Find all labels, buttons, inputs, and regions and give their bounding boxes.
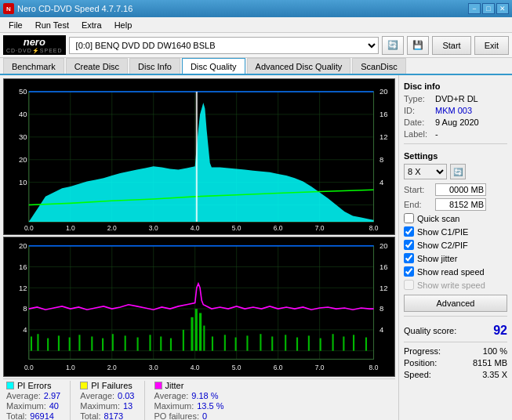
svg-text:4.0: 4.0	[191, 224, 200, 232]
svg-rect-63	[91, 336, 93, 350]
svg-rect-73	[195, 309, 198, 351]
show-c2pif-checkbox[interactable]	[404, 240, 414, 250]
po-failures-label: PO failures:	[154, 411, 199, 420]
pi-failures-max-label: Maximum:	[80, 401, 120, 411]
start-button[interactable]: Start	[432, 36, 470, 55]
svg-text:4: 4	[379, 325, 384, 334]
menu-file[interactable]: File	[3, 19, 28, 31]
svg-text:16: 16	[379, 262, 388, 271]
settings-refresh-button[interactable]: 🔄	[450, 164, 466, 179]
bottom-chart: 20 16 12 8 4 20 16 12 8 4 0.0 1.0 2.0 3.…	[3, 237, 395, 377]
show-write-speed-checkbox[interactable]	[404, 280, 414, 290]
svg-rect-57	[31, 336, 32, 350]
quick-scan-row: Quick scan	[404, 213, 507, 223]
svg-text:8: 8	[379, 155, 383, 164]
show-c2pif-label: Show C2/PIF	[417, 241, 468, 250]
top-chart: 50 40 30 20 10 20 16 12 8 4 0.0 1.0 2.0 …	[3, 78, 395, 235]
minimize-button[interactable]: −	[468, 3, 481, 14]
svg-rect-64	[102, 339, 103, 351]
tab-disc-quality[interactable]: Disc Quality	[182, 58, 245, 74]
close-button[interactable]: ✕	[496, 3, 509, 14]
pi-failures-total-value: 8173	[104, 411, 123, 420]
svg-rect-61	[69, 338, 71, 351]
svg-rect-71	[183, 330, 184, 351]
disc-type-label: Type:	[404, 94, 432, 103]
nero-logo: nero	[24, 36, 45, 49]
svg-text:6.0: 6.0	[274, 364, 283, 371]
pi-failures-color	[80, 382, 88, 389]
svg-text:20: 20	[379, 241, 388, 250]
start-mb-label: Start:	[404, 185, 432, 194]
show-read-speed-label: Show read speed	[417, 267, 485, 277]
svg-rect-69	[160, 336, 162, 350]
svg-rect-83	[296, 338, 298, 351]
svg-rect-62	[78, 335, 80, 350]
show-read-speed-row: Show read speed	[404, 266, 507, 277]
disc-type-value: DVD+R DL	[435, 94, 478, 103]
show-jitter-row: Show jitter	[404, 253, 507, 263]
speed-label-progress: Speed:	[404, 370, 431, 379]
pi-errors-title: PI Errors	[17, 381, 51, 390]
exit-button[interactable]: Exit	[474, 36, 509, 55]
svg-text:8: 8	[23, 304, 27, 313]
start-mb-input[interactable]	[435, 183, 486, 196]
maximize-button[interactable]: □	[482, 3, 495, 14]
pi-errors-max-value: 40	[49, 401, 59, 411]
disc-id-row: ID: MKM 003	[404, 106, 507, 115]
tab-advanced-disc-quality[interactable]: Advanced Disc Quality	[247, 58, 351, 74]
show-jitter-checkbox[interactable]	[404, 253, 414, 263]
legend-divider-1	[70, 381, 71, 420]
show-read-speed-checkbox[interactable]	[404, 266, 414, 277]
show-write-speed-row: Show write speed	[404, 280, 507, 290]
tab-create-disc[interactable]: Create Disc	[66, 58, 128, 74]
pi-failures-avg-value: 0.03	[118, 391, 134, 400]
svg-rect-87	[343, 336, 344, 350]
svg-rect-75	[203, 326, 205, 351]
main-content: 50 40 30 20 10 20 16 12 8 4 0.0 1.0 2.0 …	[0, 75, 512, 420]
menu-run-test[interactable]: Run Test	[30, 19, 74, 31]
quick-scan-checkbox[interactable]	[404, 213, 414, 223]
svg-rect-89	[365, 338, 367, 351]
advanced-button[interactable]: Advanced	[404, 295, 507, 312]
drive-select[interactable]: [0:0] BENQ DVD DD DW1640 BSLB	[69, 37, 379, 54]
svg-text:12: 12	[379, 132, 388, 141]
svg-text:4: 4	[23, 325, 27, 334]
pi-errors-total-label: Total:	[6, 411, 27, 420]
show-c1pie-label: Show C1/PIE	[417, 227, 468, 237]
title-bar-text: Nero CD-DVD Speed 4.7.7.16	[17, 4, 133, 13]
refresh-drive-button[interactable]: 🔄	[382, 36, 404, 55]
svg-text:6.0: 6.0	[274, 224, 283, 232]
svg-rect-80	[260, 334, 261, 350]
jitter-avg-value: 9.18 %	[191, 391, 218, 400]
app-icon: N	[3, 3, 14, 14]
pi-errors-color	[6, 382, 14, 389]
end-mb-row: End:	[404, 198, 507, 211]
menu-extra[interactable]: Extra	[76, 19, 107, 31]
tab-disc-info[interactable]: Disc Info	[129, 58, 180, 74]
svg-text:1.0: 1.0	[66, 364, 75, 371]
pi-failures-title: PI Failures	[91, 381, 133, 390]
menu-help[interactable]: Help	[109, 19, 138, 31]
svg-rect-79	[246, 335, 248, 350]
jitter-avg-label: Average:	[154, 391, 189, 400]
jitter-title: Jitter	[165, 381, 184, 390]
show-c1pie-checkbox[interactable]	[404, 226, 414, 237]
legend-jitter: Jitter Average: 9.18 % Maximum: 13.5 % P…	[154, 381, 224, 420]
pi-failures-avg-label: Average:	[80, 391, 114, 400]
svg-text:7.0: 7.0	[315, 364, 325, 371]
divider-1	[404, 143, 507, 144]
tab-scan-disc[interactable]: ScanDisc	[352, 58, 405, 74]
end-mb-label: End:	[404, 200, 432, 209]
quality-score-value: 92	[493, 324, 507, 338]
end-mb-input[interactable]	[435, 198, 486, 211]
tab-benchmark[interactable]: Benchmark	[3, 58, 64, 74]
svg-rect-72	[191, 317, 193, 351]
svg-text:5.0: 5.0	[232, 364, 241, 371]
svg-rect-78	[235, 338, 237, 351]
svg-text:20: 20	[19, 241, 27, 250]
show-jitter-label: Show jitter	[417, 254, 457, 263]
save-button[interactable]: 💾	[407, 36, 429, 55]
jitter-max-label: Maximum:	[154, 401, 194, 411]
svg-rect-74	[199, 313, 202, 350]
speed-select[interactable]: 8 X Max 2 X 4 X 12 X 16 X	[404, 164, 447, 179]
